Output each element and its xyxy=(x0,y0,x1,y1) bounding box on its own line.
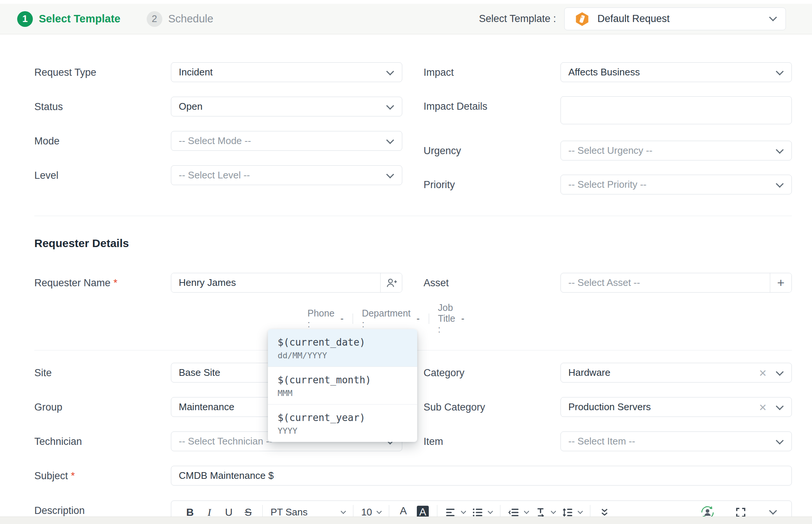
subject-label: Subject* xyxy=(34,466,171,482)
category-label: Category xyxy=(424,363,560,379)
mode-select[interactable]: -- Select Mode -- xyxy=(171,131,402,151)
chevron-down-icon xyxy=(461,509,466,514)
asset-select[interactable]: -- Select Asset -- xyxy=(561,273,770,292)
fullscreen-icon xyxy=(735,507,746,518)
page-bottom-edge xyxy=(0,517,812,524)
step-schedule[interactable]: 2 Schedule xyxy=(147,11,213,27)
chevron-down-icon xyxy=(776,68,784,75)
chevron-down-icon xyxy=(524,509,529,514)
chevron-down-icon xyxy=(377,509,382,514)
wizard-steps: 1 Select Template 2 Schedule xyxy=(17,11,213,27)
asset-label: Asset xyxy=(424,273,560,289)
insert-tab-icon xyxy=(535,507,546,518)
department-value: - xyxy=(416,313,419,324)
wizard-header: 1 Select Template 2 Schedule Select Temp… xyxy=(0,4,812,34)
phone-value: - xyxy=(340,313,343,324)
double-chevron-down-icon xyxy=(599,507,610,518)
impact-details-label: Impact Details xyxy=(424,96,560,112)
add-requester-button[interactable] xyxy=(380,273,402,292)
level-select[interactable]: -- Select Level -- xyxy=(171,165,402,185)
item-select[interactable]: -- Select Item -- xyxy=(560,431,792,451)
category-select[interactable]: Hardware xyxy=(560,363,792,383)
request-type-label: Request Type xyxy=(34,62,171,78)
description-label: Description xyxy=(34,500,171,517)
template-select-value: Default Request xyxy=(597,13,670,25)
clear-icon[interactable] xyxy=(759,368,767,379)
chevron-down-icon xyxy=(776,180,784,188)
priority-label: Priority xyxy=(424,175,560,191)
subject-input[interactable] xyxy=(171,466,792,486)
autocomplete-item-current-year[interactable]: $(current_year) YYYY xyxy=(268,404,417,442)
chevron-down-icon xyxy=(386,136,394,144)
clear-icon[interactable] xyxy=(759,402,767,414)
template-picker-label: Select Template : xyxy=(479,13,556,25)
new-request-form: 1 Select Template 2 Schedule Select Temp… xyxy=(0,0,812,524)
level-label: Level xyxy=(34,165,171,181)
asset-group: -- Select Asset -- + xyxy=(560,273,792,293)
request-type-select[interactable]: Incident xyxy=(171,62,402,82)
line-spacing-icon xyxy=(562,507,573,518)
section-divider xyxy=(34,216,792,216)
autocomplete-item-current-month[interactable]: $(current_month) MMM xyxy=(268,367,417,404)
urgency-label: Urgency xyxy=(424,141,560,157)
item-label: Item xyxy=(424,431,560,447)
chevron-down-icon xyxy=(341,509,346,514)
step-2-label: Schedule xyxy=(168,13,213,25)
step-2-badge: 2 xyxy=(147,11,162,27)
chevron-down-icon xyxy=(776,146,784,154)
site-label: Site xyxy=(34,363,171,379)
outdent-icon xyxy=(508,507,519,518)
chevron-down-icon xyxy=(386,68,394,75)
chevron-down-icon xyxy=(386,171,394,178)
requester-name-label: Requester Name* xyxy=(34,273,171,289)
template-select[interactable]: Default Request xyxy=(564,7,786,30)
requester-name-input[interactable] xyxy=(171,273,380,292)
status-select[interactable]: Open xyxy=(171,97,402,116)
add-asset-button[interactable]: + xyxy=(770,273,791,292)
urgency-select[interactable]: -- Select Urgency -- xyxy=(560,141,792,160)
chevron-down-icon xyxy=(769,13,777,21)
department-label: Department : xyxy=(362,308,411,330)
align-left-icon xyxy=(445,507,456,518)
person-plus-icon xyxy=(385,277,397,289)
priority-select[interactable]: -- Select Priority -- xyxy=(560,175,792,194)
chevron-down-icon xyxy=(776,402,784,410)
template-hexagon-icon xyxy=(574,11,590,27)
sub-category-label: Sub Category xyxy=(424,397,560,413)
impact-label: Impact xyxy=(424,62,560,78)
phone-label: Phone : xyxy=(307,308,334,330)
step-select-template[interactable]: 1 Select Template xyxy=(17,11,121,27)
chevron-down-icon xyxy=(578,509,583,514)
requester-details-heading: Requester Details xyxy=(34,237,792,250)
impact-select[interactable]: Affects Business xyxy=(560,62,792,82)
autocomplete-item-current-date[interactable]: $(current_date) dd/MM/YYYY xyxy=(268,329,417,367)
chevron-down-icon xyxy=(386,102,394,110)
required-marker: * xyxy=(71,470,75,481)
required-marker: * xyxy=(113,277,118,288)
mode-label: Mode xyxy=(34,131,171,147)
step-1-badge: 1 xyxy=(17,11,33,27)
variable-autocomplete-menu: $(current_date) dd/MM/YYYY $(current_mon… xyxy=(268,329,417,442)
impact-details-input[interactable] xyxy=(560,96,792,124)
requester-name-group xyxy=(171,273,402,293)
step-1-label: Select Template xyxy=(39,13,121,25)
sub-category-select[interactable]: Production Servers xyxy=(560,397,792,417)
chevron-down-icon xyxy=(776,437,784,445)
chevron-down-icon xyxy=(769,507,777,515)
bullet-list-icon xyxy=(472,507,483,518)
group-label: Group xyxy=(34,397,171,413)
technician-label: Technician xyxy=(34,431,171,447)
chevron-down-icon xyxy=(551,509,556,514)
status-label: Status xyxy=(34,97,171,113)
template-picker: Select Template : Default Request xyxy=(479,7,786,30)
chevron-down-icon xyxy=(488,509,493,514)
chevron-down-icon xyxy=(776,368,784,376)
